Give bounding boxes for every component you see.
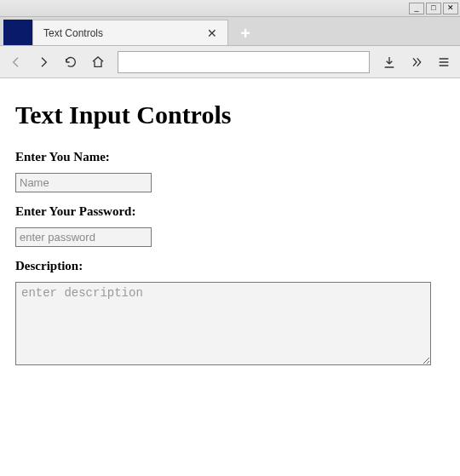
tab-title: Text Controls [43,27,103,39]
downloads-button[interactable] [378,51,400,73]
description-label: Description: [15,259,445,273]
window-close-button[interactable]: ✕ [443,3,458,14]
reload-icon [64,55,78,69]
window-minimize-button[interactable]: _ [409,3,424,14]
maximize-icon: □ [431,4,435,12]
url-input[interactable] [118,51,370,73]
reload-button[interactable] [60,51,82,73]
overflow-button[interactable] [405,51,428,73]
navigation-toolbar [0,46,460,78]
browser-window: _ □ ✕ Text Controls ✕ + [0,0,460,476]
arrow-left-icon [9,55,23,69]
home-icon [91,55,105,69]
close-icon: ✕ [207,26,217,40]
window-titlebar: _ □ ✕ [0,0,460,17]
new-tab-button[interactable]: + [233,21,257,45]
window-maximize-button[interactable]: □ [426,3,441,14]
minimize-icon: _ [414,4,418,12]
tab-strip-lead [3,20,32,45]
name-input[interactable] [15,173,152,192]
tab-strip: Text Controls ✕ + [0,17,460,46]
arrow-right-icon [37,55,50,69]
password-input[interactable] [15,227,152,247]
download-icon [382,55,396,69]
name-label: Enter You Name: [15,150,445,164]
description-textarea[interactable] [15,282,431,365]
page-content: Text Input Controls Enter You Name: Ente… [0,78,460,384]
plus-icon: + [240,24,250,43]
home-button[interactable] [87,51,109,73]
forward-button[interactable] [32,51,55,73]
page-heading: Text Input Controls [15,100,445,129]
browser-tab[interactable]: Text Controls ✕ [32,20,228,45]
close-icon: ✕ [447,4,454,12]
back-button[interactable] [5,51,27,73]
menu-button[interactable] [433,51,455,73]
hamburger-icon [437,55,451,69]
password-label: Enter Your Password: [15,204,445,219]
chevron-double-right-icon [410,55,423,69]
tab-close-button[interactable]: ✕ [205,26,219,40]
